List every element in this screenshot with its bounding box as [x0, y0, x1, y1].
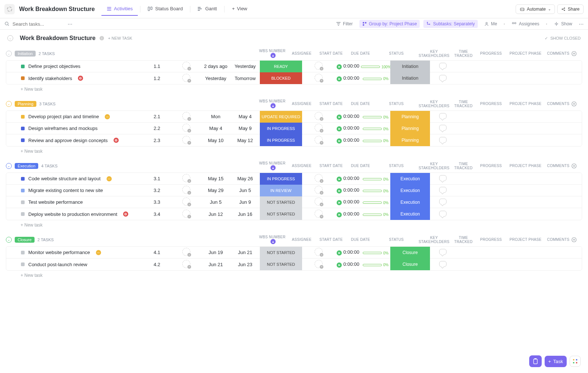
automate-button[interactable]: Automate ⌄ [516, 4, 555, 14]
task-row[interactable]: Review and approve design concepts⊖ 2.3 … [6, 134, 582, 146]
stakeholders-cell[interactable] [302, 198, 335, 207]
col-time[interactable]: TIME TRACKED [451, 162, 476, 170]
start-date-cell[interactable]: May 10 [201, 138, 230, 143]
show-closed-button[interactable]: ✓ SHOW CLOSED [545, 36, 581, 41]
time-cell[interactable]: ▶0:00:00 [335, 187, 361, 193]
col-phase[interactable]: PROJECT PHASE [506, 102, 545, 106]
progress-cell[interactable]: 0% [361, 211, 390, 217]
task-name[interactable]: Design wireframes and mockups [28, 126, 98, 131]
comments-cell[interactable] [430, 211, 456, 218]
assignee-cell[interactable] [172, 260, 201, 269]
group-by-button[interactable]: Group by: Project Phase [359, 20, 420, 28]
status-cell[interactable]: READY [260, 61, 302, 72]
stakeholders-cell[interactable] [302, 248, 335, 257]
col-comments[interactable]: COMMENTS [545, 51, 571, 55]
progress-cell[interactable]: 0% [361, 250, 390, 255]
assignee-cell[interactable] [172, 210, 201, 219]
wbs-cell[interactable]: 1.1 [142, 64, 172, 69]
comments-cell[interactable] [430, 75, 456, 82]
comments-cell[interactable] [430, 113, 456, 120]
phase-cell[interactable]: Planning [390, 134, 430, 146]
comments-cell[interactable] [430, 199, 456, 206]
assignee-cell[interactable] [172, 112, 201, 121]
col-progress[interactable]: PROGRESS [476, 164, 506, 168]
time-cell[interactable]: ▶0:00:00 [335, 211, 361, 217]
task-name[interactable]: Define project objectives [28, 64, 80, 69]
assignee-cell[interactable] [172, 136, 201, 145]
time-cell[interactable]: ▶0:00:00 [335, 125, 361, 131]
start-date-cell[interactable]: May 29 [201, 188, 230, 193]
status-cell[interactable]: NOT STARTED [260, 196, 302, 208]
task-row[interactable]: Migrate existing content to new site 3.2… [6, 185, 582, 196]
col-time[interactable]: TIME TRACKED [451, 50, 476, 58]
subtasks-button[interactable]: Subtasks: Separately [423, 20, 477, 28]
task-row[interactable]: Test website performance 3.3 Jun 5 Jun 9… [6, 196, 582, 208]
phase-cell[interactable]: Initiation [390, 61, 430, 72]
col-start[interactable]: START DATE [316, 238, 346, 242]
status-square-icon[interactable] [21, 189, 25, 192]
due-date-cell[interactable]: Tomorrow [230, 76, 260, 81]
col-stakeholders[interactable]: KEY STAKEHOLDERS [417, 50, 451, 58]
add-column-button[interactable] [571, 101, 582, 107]
info-icon[interactable]: i [99, 36, 104, 41]
col-wbs[interactable]: WBS NUMBER▲ [258, 99, 287, 108]
phase-cell[interactable]: Planning [390, 111, 430, 123]
time-cell[interactable]: ▶0:00:00 [335, 199, 361, 205]
more-icon[interactable]: ⋯ [579, 21, 584, 27]
col-comments[interactable]: COMMENTS [545, 102, 571, 106]
col-stakeholders[interactable]: KEY STAKEHOLDERS [417, 162, 451, 170]
progress-cell[interactable]: 0% [361, 188, 390, 193]
progress-cell[interactable]: 0% [361, 199, 390, 205]
start-date-cell[interactable]: Jun 5 [201, 199, 230, 205]
col-status[interactable]: STATUS [375, 102, 417, 106]
comments-cell[interactable] [430, 187, 456, 194]
task-row[interactable]: Deploy website to production environment… [6, 208, 582, 220]
phase-cell[interactable]: Execution [390, 185, 430, 196]
stakeholders-cell[interactable] [302, 136, 335, 145]
time-cell[interactable]: ▶0:00:00 [335, 249, 361, 256]
phase-cell[interactable]: Initiation [390, 72, 430, 84]
col-due[interactable]: DUE DATE [346, 102, 375, 106]
filter-button[interactable]: Filter [333, 20, 356, 28]
time-cell[interactable]: ▶0:00:00 [335, 113, 361, 120]
assignees-button[interactable]: Assignees [509, 20, 542, 28]
col-start[interactable]: START DATE [316, 51, 346, 55]
assignee-cell[interactable] [172, 174, 201, 183]
stakeholders-cell[interactable] [302, 124, 335, 133]
phase-cell[interactable]: Planning [390, 123, 430, 134]
collapse-icon[interactable]: ⌄ [6, 51, 12, 57]
status-square-icon[interactable] [21, 212, 25, 216]
progress-cell[interactable]: 0% [361, 262, 390, 267]
col-wbs[interactable]: WBS NUMBER▲ [258, 161, 287, 170]
task-row[interactable]: Design wireframes and mockups 2.2 May 4 … [6, 123, 582, 134]
show-button[interactable]: Show [551, 20, 575, 28]
status-square-icon[interactable] [21, 115, 25, 119]
start-date-cell[interactable]: Jun 12 [201, 211, 230, 217]
col-due[interactable]: DUE DATE [346, 164, 375, 168]
start-date-cell[interactable]: May 4 [201, 126, 230, 131]
status-cell[interactable]: NOT STARTED [260, 208, 302, 220]
col-start[interactable]: START DATE [316, 164, 346, 168]
col-comments[interactable]: COMMENTS [545, 238, 571, 242]
col-assignee[interactable]: ASSIGNEE [287, 164, 316, 168]
collapse-all-icon[interactable]: ⌄ [7, 35, 13, 41]
tab-add-view[interactable]: + View [227, 2, 252, 16]
comments-cell[interactable] [430, 249, 456, 256]
start-date-cell[interactable]: 2 days ago [201, 64, 230, 69]
phase-cell[interactable]: Execution [390, 208, 430, 220]
tab-activities[interactable]: Activities [101, 2, 138, 16]
status-cell[interactable]: NOT STARTED [260, 247, 302, 258]
stakeholders-cell[interactable] [302, 186, 335, 195]
wbs-cell[interactable]: 2.2 [142, 126, 172, 131]
due-date-cell[interactable]: May 9 [230, 126, 260, 131]
stakeholders-cell[interactable] [302, 260, 335, 269]
wbs-cell[interactable]: 3.1 [142, 176, 172, 181]
start-date-cell[interactable]: Mon [201, 114, 230, 119]
task-name[interactable]: Conduct post-launch review [28, 262, 87, 267]
due-date-cell[interactable]: Jun 16 [230, 211, 260, 217]
share-button[interactable]: Share [557, 4, 584, 14]
col-assignee[interactable]: ASSIGNEE [287, 102, 316, 106]
stakeholders-cell[interactable] [302, 174, 335, 183]
stakeholders-cell[interactable] [302, 112, 335, 121]
status-square-icon[interactable] [21, 127, 25, 130]
